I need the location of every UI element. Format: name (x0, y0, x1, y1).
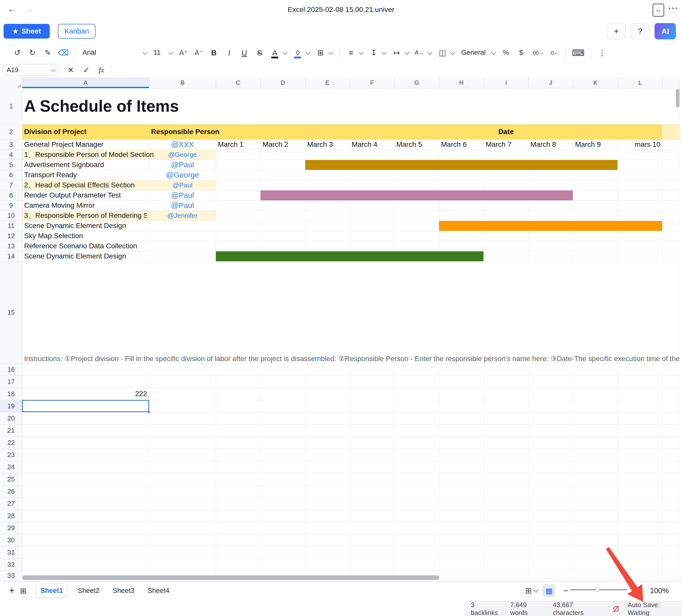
borders-icon[interactable]: ⊞ (315, 46, 325, 60)
cell-B7[interactable]: @Paul (151, 180, 214, 190)
undo-icon[interactable]: ↺ (12, 46, 22, 60)
vertical-scrollbar[interactable] (676, 89, 679, 108)
more-options-icon[interactable]: ⋮ (597, 46, 607, 60)
font-size-select[interactable]: 11 (153, 49, 168, 56)
cell-A1[interactable]: A Schedule of Items (24, 88, 147, 124)
cell-B5[interactable]: @Paul (151, 160, 214, 170)
add-sheet-icon[interactable]: + (9, 585, 15, 596)
cell-B10[interactable]: @Jennifer (151, 210, 214, 221)
row-number-9[interactable]: 9 (0, 200, 22, 210)
column-header-L[interactable]: L (618, 77, 662, 88)
column-header-B[interactable]: B (149, 77, 216, 88)
code-view-icon[interactable]: ‹› (653, 4, 664, 17)
decrease-font-icon[interactable]: A⁻ (194, 46, 204, 60)
cell-A4[interactable]: 1、Responsible Person of Model Section (24, 150, 147, 160)
redo-icon[interactable]: ↻ (27, 46, 38, 60)
column-header-H[interactable]: H (439, 77, 484, 88)
font-family-select[interactable]: Arial (82, 49, 142, 56)
backlinks-count[interactable]: 3 backlinks (471, 601, 502, 616)
increase-font-icon[interactable]: A⁺ (178, 46, 188, 60)
sheet-tab-sheet3[interactable]: Sheet3 (113, 587, 135, 595)
column-header-I[interactable]: I (484, 77, 528, 88)
italic-icon[interactable]: I (224, 46, 234, 60)
row-number-3[interactable]: 3 (0, 139, 22, 150)
cell-B6[interactable]: @George (151, 170, 214, 180)
row-number-23[interactable]: 23 (0, 449, 22, 461)
cell-C3[interactable]: March 1 (218, 139, 258, 150)
currency-icon[interactable]: $ (516, 46, 526, 60)
merge-cells-icon[interactable]: ◫ (437, 46, 447, 60)
row-number-22[interactable]: 22 (0, 436, 22, 449)
cell-B4[interactable]: @George (151, 150, 214, 160)
cell-L3[interactable]: mars 10 (620, 139, 660, 150)
row-number-28[interactable]: 28 (0, 509, 22, 522)
dropdown-chevron-icon[interactable] (283, 49, 288, 54)
row-number-17[interactable]: 17 (0, 375, 22, 388)
dropdown-chevron-icon[interactable] (405, 49, 410, 54)
number-format-select[interactable]: General (461, 49, 491, 56)
cell-A10[interactable]: 3、Responsible Person of Rendering Sec (24, 210, 147, 221)
cell-B8[interactable]: @Paul (151, 190, 214, 200)
grid-view-icon[interactable]: ▦ (542, 584, 555, 597)
cell-A12[interactable]: Sky Map Selection (24, 231, 147, 241)
sheet-list-icon[interactable]: ⊞ (20, 586, 26, 595)
row-number-12[interactable]: 12 (0, 231, 22, 241)
cell-A3[interactable]: General Project Manager (24, 139, 147, 150)
dropdown-chevron-icon[interactable] (328, 49, 334, 54)
row-number-33[interactable]: 33 (0, 571, 22, 581)
add-view-button[interactable]: + (607, 23, 626, 39)
dropdown-chevron-icon[interactable] (168, 49, 174, 54)
column-header-J[interactable]: J (528, 77, 573, 88)
cell-A5[interactable]: Advertisement Signboard (24, 160, 147, 170)
border-settings-icon[interactable]: ⊞ (525, 586, 532, 595)
cell-A13[interactable]: Reference Scenario Data Collection (24, 241, 147, 251)
cell-E3[interactable]: March 3 (307, 139, 348, 150)
column-header-E[interactable]: E (305, 77, 350, 88)
confirm-icon[interactable]: ✓ (83, 66, 89, 74)
cell-A9[interactable]: Camera Moving Mirror (24, 200, 147, 210)
row-number-4[interactable]: 4 (0, 150, 22, 160)
cell-F3[interactable]: March 4 (352, 139, 392, 150)
strikethrough-icon[interactable]: S (254, 46, 265, 60)
more-menu-icon[interactable]: ⋯ (668, 2, 678, 14)
row-number-25[interactable]: 25 (0, 473, 22, 485)
row-number-11[interactable]: 11 (0, 221, 22, 231)
selection-box-A19[interactable] (22, 400, 149, 412)
decrease-decimal-icon[interactable]: .0← (549, 46, 559, 60)
row-number-8[interactable]: 8 (0, 190, 22, 200)
cell-A2[interactable]: Division of Project (24, 124, 147, 139)
row-number-32[interactable]: 32 (0, 558, 22, 571)
row-number-21[interactable]: 21 (0, 424, 22, 436)
dropdown-chevron-icon[interactable] (428, 49, 433, 54)
cell-A11[interactable]: Scene Dynamic Element Design (24, 221, 147, 231)
border-settings-chevron-icon[interactable] (534, 588, 539, 593)
cell-A7[interactable]: 2、Head of Special Effects Section (24, 180, 147, 190)
cell-B3[interactable]: @XXX (151, 139, 214, 150)
row-number-15[interactable]: 15 (0, 261, 22, 363)
vertical-align-icon[interactable]: ↧ (369, 46, 379, 60)
cell-H3[interactable]: March 6 (441, 139, 482, 150)
cell-B2[interactable]: Responsible Person (151, 124, 214, 139)
formula-input[interactable] (113, 62, 682, 77)
cell-K3[interactable]: March 9 (575, 139, 616, 150)
text-wrap-icon[interactable]: ↦ (391, 46, 402, 60)
row-number-6[interactable]: 6 (0, 170, 22, 180)
row-number-20[interactable]: 20 (0, 412, 22, 424)
cell-I3[interactable]: March 7 (486, 139, 526, 150)
row-number-1[interactable]: 1 (0, 88, 22, 124)
column-header-C[interactable]: C (216, 77, 260, 88)
cell-C2[interactable]: Date (328, 124, 682, 139)
row-number-7[interactable]: 7 (0, 180, 22, 190)
selection-fill-handle[interactable] (147, 410, 150, 413)
sheet-tab-sheet2[interactable]: Sheet2 (78, 587, 99, 595)
horizontal-align-icon[interactable]: ≡ (346, 46, 356, 60)
cell-A14[interactable]: Scene Dynamic Element Design (24, 251, 147, 261)
column-header-F[interactable]: F (350, 77, 394, 88)
dropdown-chevron-icon[interactable] (491, 49, 496, 54)
dropdown-chevron-icon[interactable] (143, 49, 148, 54)
dropdown-chevron-icon[interactable] (450, 49, 456, 54)
dropdown-chevron-icon[interactable] (382, 49, 387, 54)
text-rotate-icon[interactable]: A→ (414, 46, 425, 60)
cell-name-box[interactable]: A19 (2, 64, 59, 76)
kanban-view-button[interactable]: Kanban (58, 24, 95, 39)
